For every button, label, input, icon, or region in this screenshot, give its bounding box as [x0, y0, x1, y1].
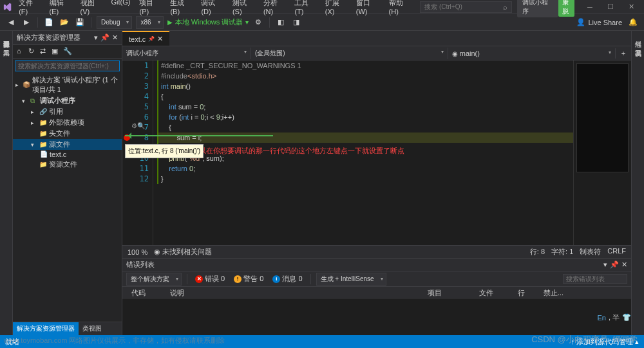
debug-icon[interactable]: ⚙	[252, 17, 264, 28]
column-header[interactable]: 项目	[422, 287, 474, 298]
vs-logo-icon	[3, 2, 12, 12]
menu-item[interactable]: 文件(F)	[15, 0, 44, 17]
pin-icon[interactable]: 📌	[610, 261, 619, 269]
code-line[interactable]: }	[157, 174, 573, 184]
crumb-project[interactable]: 调试小程序	[122, 48, 251, 59]
resources-node[interactable]: 📁资源文件	[13, 159, 122, 170]
strip-tab[interactable]: 属性	[632, 33, 644, 39]
tool2-icon[interactable]: ◨	[290, 17, 302, 28]
warnings-filter[interactable]: !警告 0	[231, 273, 266, 284]
code-line[interactable]: sum = i;	[157, 133, 573, 143]
watermark-csdn: CSDN @小白程序员_钾同学	[531, 334, 638, 345]
menu-item[interactable]: 项目(P)	[135, 0, 165, 17]
close-button[interactable]: ✕	[621, 1, 641, 14]
code-line[interactable]: int sum = 0;	[157, 102, 573, 112]
sync-icon[interactable]: ⇄	[40, 47, 49, 56]
menu-item[interactable]: 调试(D)	[197, 0, 227, 17]
solution-search-input[interactable]	[15, 60, 120, 71]
ime-mode: , 半	[609, 313, 620, 322]
source-file-item[interactable]: 📄text.c	[13, 150, 122, 159]
menu-item[interactable]: 视图(V)	[77, 0, 106, 17]
strip-tab[interactable]: 服务器资源管理器	[1, 33, 12, 39]
eol-mode[interactable]: CRLF	[607, 247, 626, 257]
errors-filter[interactable]: ✕错误 0	[193, 273, 227, 284]
minimize-button[interactable]: ─	[580, 1, 600, 14]
issues-label: 未找到相关问题	[162, 248, 212, 255]
pin-icon[interactable]: 📌	[100, 33, 109, 42]
crumb-add-icon[interactable]: +	[616, 50, 631, 57]
source-files-node[interactable]: ▾📁源文件	[13, 139, 122, 150]
properties-icon[interactable]: 🔧	[63, 47, 72, 56]
intellisense-combo[interactable]: 生成 + IntelliSense	[316, 273, 386, 286]
open-icon[interactable]: 📂	[59, 17, 70, 28]
headers-node[interactable]: 📁头文件	[13, 128, 122, 139]
column-header[interactable]: 禁止...	[538, 287, 577, 298]
solution-search	[13, 59, 122, 73]
tab-class-view[interactable]: 类视图	[79, 322, 106, 335]
external-deps-node[interactable]: ▸📁外部依赖项	[13, 117, 122, 128]
platform-combo[interactable]: x86	[136, 16, 163, 29]
close-panel-icon[interactable]: ✕	[621, 261, 627, 269]
close-panel-icon[interactable]: ✕	[112, 33, 118, 42]
menu-item[interactable]: 测试(S)	[229, 0, 258, 17]
code-line[interactable]: int main()	[157, 81, 573, 91]
scope-combo[interactable]: 整个解决方案	[126, 273, 182, 286]
new-icon[interactable]: 📄	[43, 17, 55, 28]
run-button[interactable]: ▶ 本地 Windows 调试器 ▾	[167, 17, 249, 27]
strip-tab[interactable]: 工具箱	[1, 42, 12, 48]
error-search-input[interactable]	[563, 274, 627, 284]
menu-item[interactable]: 工具(T)	[290, 0, 319, 17]
forward-icon[interactable]: ▶	[21, 17, 32, 28]
strip-tab[interactable]: 调试工具	[632, 42, 644, 48]
menu-item[interactable]: 分析(N)	[260, 0, 290, 17]
references-node[interactable]: ▸🔗引用	[13, 106, 122, 117]
maximize-button[interactable]: ☐	[600, 1, 621, 14]
column-header[interactable]: 行	[513, 287, 538, 298]
code-line[interactable]: #define _CRT_SECURE_NO_WARNINGS 1	[157, 60, 573, 71]
code-editor[interactable]: 1234567⚙🔍89101112 位置:text.c, 行 8 ('main(…	[122, 60, 631, 245]
indent-mode[interactable]: 制表符	[580, 247, 601, 257]
home-icon[interactable]: ⌂	[17, 47, 26, 56]
code-body[interactable]: 位置:text.c, 行 8 ('main()') 可以在你想要调试的那一行代码…	[153, 60, 573, 245]
save-icon[interactable]: 💾	[74, 17, 86, 28]
solution-tree: ▸📦解决方案 '调试小程序' (1 个项目/共 1 ▾⧉调试小程序 ▸🔗引用 ▸…	[13, 73, 122, 322]
crumb-function[interactable]: ◉ main()	[448, 48, 616, 59]
config-combo[interactable]: Debug	[97, 16, 132, 29]
code-line[interactable]: {	[157, 91, 573, 102]
menu-item[interactable]: 扩展(X)	[321, 0, 351, 17]
dropdown-icon[interactable]: ▾	[94, 33, 98, 42]
crumb-scope[interactable]: (全局范围)	[251, 48, 448, 59]
code-line[interactable]: for (int i = 0;i < 9;i++)	[157, 112, 573, 122]
messages-filter[interactable]: i消息 0	[270, 273, 305, 284]
menu-item[interactable]: Git(G)	[108, 0, 135, 17]
search-input[interactable]	[424, 3, 503, 10]
menu-item[interactable]: 编辑(E)	[46, 0, 75, 17]
solution-root[interactable]: ▸📦解决方案 '调试小程序' (1 个项目/共 1	[13, 75, 122, 95]
tab-close-icon[interactable]: ✕	[157, 35, 163, 43]
dropdown-icon[interactable]: ▾	[603, 261, 607, 269]
code-line[interactable]: {	[157, 122, 573, 133]
project-node[interactable]: ▾⧉调试小程序	[13, 95, 122, 106]
collapse-icon[interactable]: ▣	[52, 47, 61, 56]
minimap[interactable]	[573, 60, 631, 245]
column-header[interactable]: 代码	[126, 287, 165, 298]
user-badge[interactable]: 康脱	[558, 0, 574, 17]
notifications-icon[interactable]: 🔔	[627, 17, 639, 28]
column-header[interactable]: 说明	[165, 287, 422, 298]
refresh-icon[interactable]: ↻	[28, 47, 37, 56]
tool1-icon[interactable]: ◧	[275, 17, 287, 28]
menu-item[interactable]: 窗口(W)	[352, 0, 384, 17]
code-line[interactable]: #include<stdio.h>	[157, 71, 573, 81]
file-tab-text-c[interactable]: text.c 📌 ✕	[122, 31, 169, 46]
zoom-level[interactable]: 100 %	[128, 248, 147, 256]
code-line[interactable]: return 0;	[157, 163, 573, 174]
tab-solution-explorer[interactable]: 解决方案资源管理器	[13, 322, 79, 335]
menu-item[interactable]: 帮助(H)	[385, 0, 415, 17]
tab-pin-icon[interactable]: 📌	[148, 36, 155, 42]
badge-label: 错误 0	[205, 274, 225, 284]
menu-item[interactable]: 生成(B)	[166, 0, 196, 17]
search-box[interactable]: ⌕	[420, 1, 512, 13]
column-header[interactable]: 文件	[474, 287, 513, 298]
back-icon[interactable]: ◀	[5, 17, 17, 28]
liveshare-button[interactable]: 👤 Live Share	[576, 18, 622, 26]
